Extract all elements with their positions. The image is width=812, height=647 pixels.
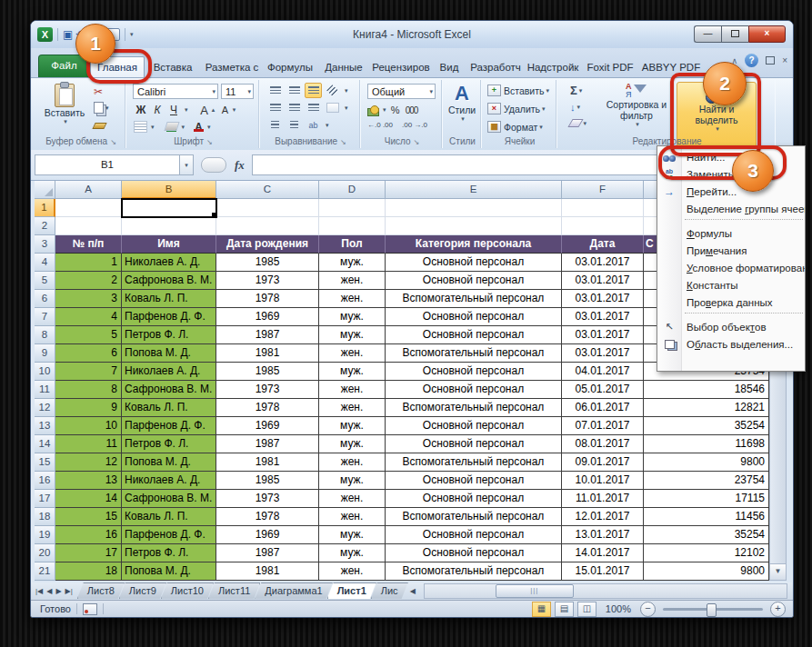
cell-E3[interactable]: Категория персонала	[386, 235, 562, 254]
insert-cells-button[interactable]: + Вставить▾	[487, 85, 549, 96]
sheet-tab-лист10[interactable]: Лист10	[161, 582, 214, 599]
menu-item-проверка-данных[interactable]: Проверка данных	[657, 294, 805, 311]
insert-function-icon[interactable]: fx	[235, 158, 245, 173]
cell-D16[interactable]: муж.	[319, 472, 386, 490]
orientation-button[interactable]	[324, 83, 341, 98]
borders-button[interactable]	[134, 121, 147, 133]
row-header-8[interactable]: 8	[35, 326, 55, 344]
cell-E15[interactable]: Вспомогательный персонал	[386, 453, 562, 472]
cell-C2[interactable]	[216, 217, 319, 235]
cell-A17[interactable]: 14	[55, 490, 122, 508]
font-size-select[interactable]: 11▾	[221, 84, 254, 99]
zoom-out-icon[interactable]: −	[640, 602, 656, 617]
cell-D17[interactable]: жен.	[319, 490, 386, 508]
percent-style-button[interactable]: %	[388, 103, 403, 117]
zoom-level[interactable]: 100%	[606, 603, 631, 614]
row-header-14[interactable]: 14	[35, 435, 55, 453]
paste-dropdown-icon[interactable]: ▾	[64, 118, 67, 125]
cell-C6[interactable]: 1978	[216, 290, 319, 308]
cell-E6[interactable]: Вспомогательный персонал	[386, 290, 562, 308]
cell-C11[interactable]: 1973	[216, 381, 319, 399]
cell-E20[interactable]: Основной персонал	[386, 544, 562, 562]
cell-D7[interactable]: муж.	[319, 308, 386, 326]
row-header-16[interactable]: 16	[35, 472, 55, 490]
row-header-12[interactable]: 12	[35, 399, 55, 417]
cell-A3[interactable]: № п/п	[55, 235, 122, 254]
tab-рецензиров[interactable]: Рецензиров	[370, 56, 432, 77]
sheet-tab-лист1[interactable]: Лист1	[327, 582, 376, 599]
cell-G13[interactable]: 35254	[644, 417, 769, 435]
underline-dropdown-icon[interactable]: ▾	[185, 106, 188, 114]
row-header-11[interactable]: 11	[35, 381, 55, 399]
col-header-D[interactable]: D	[319, 181, 386, 199]
cell-C4[interactable]: 1985	[216, 254, 319, 272]
row-header-1[interactable]: 1	[35, 199, 55, 217]
cell-D6[interactable]: жен.	[319, 290, 386, 308]
col-header-A[interactable]: A	[55, 181, 122, 199]
clear-button[interactable]: ▾	[570, 116, 586, 130]
align-top-button[interactable]	[266, 83, 284, 98]
menu-item-константы[interactable]: Константы	[657, 276, 805, 294]
cell-D21[interactable]: жен.	[319, 562, 386, 581]
cell-B1[interactable]	[122, 199, 216, 217]
row-header-15[interactable]: 15	[35, 453, 55, 472]
cell-A18[interactable]: 15	[55, 508, 122, 526]
cell-A15[interactable]: 12	[55, 453, 122, 472]
cell-G21[interactable]: 9800	[644, 562, 769, 581]
cell-C17[interactable]: 1973	[216, 490, 319, 508]
cell-A9[interactable]: 6	[55, 344, 122, 363]
cell-A13[interactable]: 10	[55, 417, 122, 435]
cell-F3[interactable]: Дата	[562, 235, 644, 254]
cell-G16[interactable]: 23754	[644, 472, 769, 490]
row-header-9[interactable]: 9	[35, 344, 55, 363]
copy-button[interactable]: ▾	[94, 101, 110, 114]
cell-F12[interactable]: 06.01.2017	[562, 399, 644, 417]
save-icon[interactable]: ▣	[63, 28, 73, 41]
cell-B9[interactable]: Попова М. Д.	[122, 344, 216, 363]
cell-E14[interactable]: Основной персонал	[386, 435, 562, 453]
cut-button[interactable]: ✂	[94, 85, 110, 98]
menu-item-выделение-группы-ячеек-[interactable]: Выделение группы ячеек...	[657, 200, 805, 217]
last-sheet-icon[interactable]: ▶|	[65, 587, 74, 595]
next-sheet-icon[interactable]: ▶	[55, 587, 62, 595]
cell-B13[interactable]: Парфенов Д. Ф.	[122, 417, 216, 435]
comma-style-button[interactable]: 000	[405, 103, 419, 117]
cell-E4[interactable]: Основной персонал	[386, 254, 562, 272]
cell-C5[interactable]: 1973	[216, 272, 319, 290]
row-header-7[interactable]: 7	[35, 308, 55, 326]
view-page-break-icon[interactable]: ◫	[577, 602, 596, 617]
cell-F18[interactable]: 12.01.2017	[562, 508, 644, 526]
cell-C14[interactable]: 1987	[216, 435, 319, 453]
italic-button[interactable]: К	[150, 103, 165, 117]
cell-B17[interactable]: Сафронова В. М.	[122, 490, 216, 508]
sheet-tab-диаграмма1[interactable]: Диаграмма1	[255, 582, 332, 599]
cell-E18[interactable]: Вспомогательный персонал	[386, 508, 562, 526]
row-header-6[interactable]: 6	[35, 290, 55, 308]
sheet-tab-лист11[interactable]: Лист11	[208, 582, 260, 599]
menu-item-формулы[interactable]: Формулы	[657, 224, 805, 242]
increase-font-button[interactable]: А	[197, 103, 212, 117]
first-sheet-icon[interactable]: |◀	[35, 587, 44, 595]
cell-E17[interactable]: Основной персонал	[386, 490, 562, 508]
font-color-button[interactable]: А	[194, 122, 204, 132]
macro-record-icon[interactable]	[83, 603, 97, 615]
cell-C21[interactable]: 1981	[216, 562, 319, 581]
delete-cells-button[interactable]: × Удалить▾	[487, 103, 546, 114]
cell-A10[interactable]: 7	[55, 363, 122, 381]
cell-E5[interactable]: Основной персонал	[386, 272, 562, 290]
cell-A16[interactable]: 13	[55, 472, 122, 490]
cell-A7[interactable]: 4	[55, 308, 122, 326]
cell-E10[interactable]: Основной персонал	[386, 363, 562, 381]
cell-F13[interactable]: 07.01.2017	[562, 417, 644, 435]
fill-color-button[interactable]	[165, 122, 178, 132]
cell-B6[interactable]: Коваль Л. П.	[122, 290, 216, 308]
row-header-10[interactable]: 10	[35, 363, 55, 381]
cell-D8[interactable]: муж.	[319, 326, 386, 344]
tab-разработч[interactable]: Разработч	[466, 56, 525, 77]
tab-разметка-с[interactable]: Разметка с	[201, 56, 263, 77]
cell-F16[interactable]: 10.01.2017	[562, 472, 644, 490]
cell-A20[interactable]: 17	[55, 544, 122, 562]
sheet-tab-лист8[interactable]: Лист8	[77, 582, 125, 599]
sheet-tab-лис[interactable]: Лис	[371, 582, 408, 599]
row-header-19[interactable]: 19	[35, 526, 55, 544]
